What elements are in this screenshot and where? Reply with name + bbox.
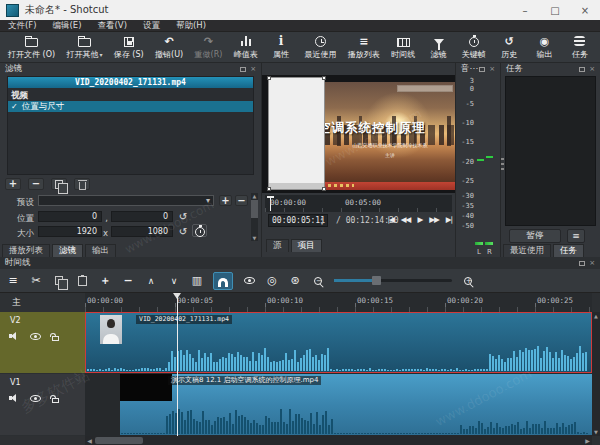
clip-v2[interactable]: VID_20200402_171131.mp4	[85, 312, 592, 373]
reset-size-icon[interactable]: ↺	[177, 226, 189, 238]
snap-magnet-icon[interactable]	[213, 272, 233, 290]
size-keyframes-button[interactable]	[192, 224, 207, 237]
splitter-grip[interactable]	[501, 158, 504, 172]
tab-recent[interactable]: 最近使用	[503, 244, 551, 257]
menu-settings[interactable]: 设置	[143, 20, 160, 32]
tab-source[interactable]: 源	[266, 239, 289, 252]
playlist-button[interactable]: ≡ 播放列表	[348, 35, 380, 60]
open-file-button[interactable]: 打开文件 (O)	[8, 35, 55, 60]
size-height-input[interactable]: 1080	[111, 226, 173, 237]
hide-eye-icon[interactable]	[30, 395, 41, 402]
fast-forward-icon[interactable]: ▶▶	[429, 215, 439, 224]
save-preset-button[interactable]: +	[219, 195, 232, 206]
lift-icon[interactable]: ∧	[144, 273, 158, 289]
menu-view[interactable]: 查看(V)	[98, 20, 127, 32]
ripple-icon[interactable]: ◎	[265, 273, 279, 289]
scroll-up-icon[interactable]: ▲	[251, 193, 258, 199]
float-panel-icon[interactable]	[479, 67, 485, 72]
minimize-button[interactable]: –	[510, 0, 540, 20]
size-width-input[interactable]: 1920	[38, 226, 102, 237]
copy-icon[interactable]	[52, 273, 66, 289]
zoom-out-icon[interactable]	[311, 273, 325, 289]
copy-filter-button[interactable]	[51, 178, 67, 190]
preview-scrubber[interactable]: 00:00:00 00:05:00	[265, 195, 452, 212]
cut-icon[interactable]: ✂	[29, 273, 43, 289]
timeline-horizontal-scrollbar[interactable]: ◀ ▶	[85, 436, 592, 445]
resize-handle[interactable]	[322, 76, 326, 80]
properties-button[interactable]: i 属性	[269, 35, 293, 60]
resize-handle[interactable]	[322, 187, 326, 191]
timeline-ruler[interactable]: 00:00:00 00:00:05 00:00:10 00:00:15 00:0…	[85, 293, 592, 312]
add-filter-button[interactable]: +	[5, 178, 21, 190]
remove-filter-button[interactable]: −	[28, 178, 44, 190]
close-button[interactable]: ×	[570, 0, 600, 20]
skip-end-icon[interactable]: ▶|	[446, 215, 452, 224]
tab-project[interactable]: 项目	[291, 239, 322, 252]
lock-icon[interactable]	[52, 398, 59, 403]
scroll-up-icon[interactable]: ▲	[592, 313, 600, 319]
ripple-delete-icon[interactable]: −	[121, 273, 135, 289]
timeline-button[interactable]: 时间线	[391, 35, 415, 60]
mute-speaker-icon[interactable]	[9, 332, 19, 341]
current-time-spinbox[interactable]: 00:00:05:11 ▲▼	[268, 214, 328, 227]
close-panel-icon[interactable]: ×	[589, 260, 595, 266]
skip-start-icon[interactable]: |◀	[388, 215, 394, 224]
close-panel-icon[interactable]: ×	[489, 66, 495, 72]
scroll-down-icon[interactable]: ▼	[251, 235, 258, 241]
paste-icon[interactable]	[75, 273, 89, 289]
undo-button[interactable]: ↶ 撤销(U)	[155, 35, 183, 60]
close-panel-icon[interactable]: ×	[589, 66, 595, 72]
ripple-all-tracks-icon[interactable]: ⊛	[288, 273, 302, 289]
export-button[interactable]: ◉ 输出	[533, 35, 557, 60]
filters-scrollbar[interactable]: ▲ ▼	[251, 193, 258, 241]
split-icon[interactable]: ▥	[190, 273, 204, 289]
playhead-line[interactable]	[177, 295, 178, 436]
mute-speaker-icon[interactable]	[9, 394, 19, 403]
scroll-down-icon[interactable]: ▼	[592, 429, 600, 435]
size-position-vui-rect[interactable]	[268, 77, 325, 190]
checkbox-checked-icon[interactable]: ✓	[11, 102, 18, 111]
keyframes-button[interactable]: 关键帧	[462, 35, 486, 60]
float-panel-icon[interactable]	[579, 67, 585, 72]
save-button[interactable]: 保存 (S)	[114, 35, 144, 60]
timeline-zoom-slider[interactable]	[334, 279, 452, 282]
scroll-left-icon[interactable]: ◀	[85, 436, 94, 445]
track-head-v2[interactable]: V2	[0, 312, 85, 373]
menu-help[interactable]: 帮助(H)	[176, 20, 206, 32]
history-button[interactable]: ↺ 历史	[497, 35, 521, 60]
close-panel-icon[interactable]: ×	[250, 66, 256, 72]
jobs-button[interactable]: 任务	[568, 35, 592, 60]
scroll-right-icon[interactable]: ▶	[583, 436, 592, 445]
pause-jobs-button[interactable]: 暂停	[509, 229, 561, 243]
master-track-head[interactable]: 主	[0, 293, 85, 312]
tab-playlist[interactable]: 播放列表	[2, 244, 50, 257]
scrub-while-dragging-icon[interactable]	[242, 273, 256, 289]
tab-filters[interactable]: 滤镜	[52, 244, 83, 257]
tab-jobs[interactable]: 任务	[553, 244, 584, 257]
resize-handle[interactable]	[267, 187, 271, 191]
float-panel-icon[interactable]	[240, 67, 246, 72]
spinner-arrows-icon[interactable]: ▲▼	[318, 215, 326, 226]
filter-row-size-position[interactable]: ✓ 位置与尺寸	[8, 101, 253, 112]
delete-preset-button[interactable]: −	[235, 195, 248, 206]
peak-meter-button[interactable]: 峰值表	[234, 35, 258, 60]
rewind-icon[interactable]: ◀◀	[401, 215, 411, 224]
paste-filter-button[interactable]	[74, 178, 90, 190]
hide-eye-icon[interactable]	[30, 333, 41, 340]
open-other-button[interactable]: 打开其他▾	[66, 35, 102, 60]
resize-handle[interactable]	[267, 76, 271, 80]
timeline-vertical-scrollbar[interactable]: ▲ ▼	[592, 312, 600, 436]
track-head-v1[interactable]: V1	[0, 374, 85, 435]
maximize-button[interactable]: □	[540, 0, 570, 20]
overwrite-icon[interactable]: ∨	[167, 273, 181, 289]
clip-v1[interactable]: 演示文稿8 12.1 启动空调系统的控制原理.mp4	[120, 374, 592, 435]
append-icon[interactable]: ＋	[98, 273, 112, 289]
float-panel-icon[interactable]	[579, 261, 585, 266]
play-icon[interactable]: ▶	[417, 215, 422, 224]
jobs-menu-button[interactable]: ≡	[567, 229, 585, 243]
zoom-in-icon[interactable]	[461, 273, 475, 289]
scrollbar-thumb[interactable]	[95, 437, 143, 444]
recent-button[interactable]: 最近使用	[304, 35, 336, 60]
preset-combobox[interactable]	[38, 195, 214, 206]
lock-icon[interactable]	[52, 336, 59, 341]
